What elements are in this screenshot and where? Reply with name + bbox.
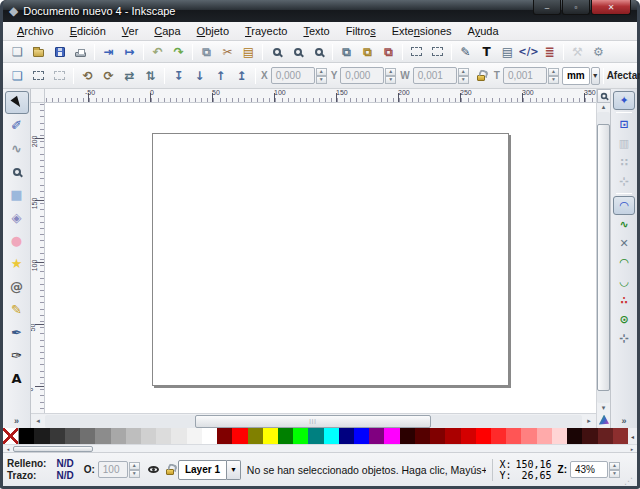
zoom-input[interactable]: 43% bbox=[570, 461, 608, 478]
titlebar[interactable]: ◆ Documento nuevo 4 - Inkscape – ▫ ✕ bbox=[3, 0, 637, 22]
swatch-bebebe[interactable] bbox=[126, 428, 141, 444]
raise-one-step[interactable]: ↑ bbox=[210, 66, 231, 85]
h-field-spinner[interactable]: ▲▼ bbox=[548, 68, 559, 84]
swatch-e8e8e8[interactable] bbox=[171, 428, 186, 444]
export[interactable]: ↦ bbox=[119, 42, 140, 61]
resize-grip[interactable]: ⋰ bbox=[624, 476, 633, 486]
w-field-spinner[interactable]: ▲▼ bbox=[458, 68, 469, 84]
text-tool[interactable]: A bbox=[5, 367, 29, 390]
menu-extensiones[interactable]: Extensiones bbox=[384, 23, 460, 39]
snap-to-paths[interactable]: ∿ bbox=[613, 215, 635, 234]
swatch-0000ff[interactable] bbox=[354, 428, 369, 444]
opacity-spinner[interactable]: ▲▼ bbox=[129, 462, 140, 478]
zoom-on-resize-toggle[interactable] bbox=[597, 89, 611, 103]
scroll-right-arrow[interactable]: ▸ bbox=[582, 417, 596, 425]
3dbox-tool[interactable]: ◈ bbox=[5, 206, 29, 229]
menu-capa[interactable]: Capa bbox=[146, 23, 188, 39]
calligraphy-tool[interactable]: ✑ bbox=[5, 344, 29, 367]
document-page[interactable] bbox=[152, 133, 509, 386]
h-field-input[interactable]: 0,001 bbox=[503, 67, 547, 84]
unit-select[interactable]: mm bbox=[562, 67, 590, 85]
open-document[interactable] bbox=[28, 42, 49, 61]
swatch-ff00ff[interactable] bbox=[384, 428, 399, 444]
select-all-in-all-layers[interactable] bbox=[28, 66, 49, 85]
palette-overflow-arrow[interactable]: ◂ bbox=[628, 428, 637, 444]
swatch-ff0000[interactable] bbox=[232, 428, 247, 444]
xml-editor[interactable]: </> bbox=[518, 42, 539, 61]
zoom-to-drawing[interactable] bbox=[287, 42, 308, 61]
maximize-button[interactable]: ▫ bbox=[562, 0, 590, 15]
w-field-input[interactable]: 0,001 bbox=[413, 67, 457, 84]
canvas[interactable] bbox=[45, 103, 596, 413]
raise-to-top[interactable]: ↥ bbox=[231, 66, 252, 85]
paste[interactable]: ▤ bbox=[238, 42, 259, 61]
swatch-d40000[interactable] bbox=[461, 428, 476, 444]
snap-bbox-corners[interactable]: ∷ bbox=[613, 153, 635, 172]
swatch-383838[interactable] bbox=[50, 428, 65, 444]
snapbar-overflow-chevron[interactable]: » bbox=[618, 416, 629, 426]
swatch-00ffff[interactable] bbox=[324, 428, 339, 444]
palette-scroll-right-arrow[interactable]: ▸ bbox=[627, 446, 637, 452]
pencil-tool[interactable]: ✎ bbox=[5, 298, 29, 321]
snap-midpoints[interactable]: ∴ bbox=[613, 291, 635, 310]
swatch-1a0505[interactable] bbox=[567, 428, 582, 444]
toolbox-overflow-chevron[interactable]: » bbox=[11, 416, 22, 426]
menu-edición[interactable]: Edición bbox=[62, 23, 114, 39]
lock-width-height[interactable] bbox=[471, 66, 492, 85]
lower-to-bottom[interactable]: ↧ bbox=[168, 66, 189, 85]
print-document[interactable] bbox=[70, 42, 91, 61]
swatch-800000[interactable] bbox=[430, 428, 445, 444]
deselect[interactable] bbox=[49, 66, 70, 85]
close-button[interactable]: ✕ bbox=[591, 0, 631, 15]
swatch-800000[interactable] bbox=[217, 428, 232, 444]
vscroll-track[interactable] bbox=[597, 112, 610, 403]
swatch-ff2a2a[interactable] bbox=[491, 428, 506, 444]
redo[interactable]: ↷ bbox=[168, 42, 189, 61]
fill-stroke-dialog[interactable]: ✎ bbox=[455, 42, 476, 61]
swatch-808000[interactable] bbox=[248, 428, 263, 444]
swatch-707070[interactable] bbox=[80, 428, 95, 444]
spiral-tool[interactable]: @ bbox=[5, 275, 29, 298]
selector-tool[interactable] bbox=[5, 91, 29, 114]
swatch-ffff00[interactable] bbox=[263, 428, 278, 444]
preferences[interactable]: ⚒ bbox=[567, 42, 588, 61]
swatch-008000[interactable] bbox=[278, 428, 293, 444]
swatch-1c1c1c[interactable] bbox=[34, 428, 49, 444]
color-managed-display-toggle[interactable] bbox=[598, 412, 609, 427]
layers-dialog[interactable]: ▤ bbox=[497, 42, 518, 61]
snap-bounding-box[interactable]: ⊡ bbox=[613, 115, 635, 134]
select-all[interactable]: ❏ bbox=[7, 66, 28, 85]
swatch-f4f4f4[interactable] bbox=[187, 428, 202, 444]
menu-objeto[interactable]: Objeto bbox=[189, 23, 237, 39]
swatch-none[interactable] bbox=[3, 428, 19, 444]
layer-visibility-toggle[interactable] bbox=[146, 460, 162, 480]
vscroll-thumb[interactable] bbox=[597, 124, 610, 391]
swatch-662020[interactable] bbox=[598, 428, 613, 444]
node-tool[interactable]: ✐ bbox=[5, 114, 29, 137]
snap-object-centers[interactable]: ⊙ bbox=[613, 310, 635, 329]
cut[interactable]: ✂ bbox=[217, 42, 238, 61]
fill-stroke-indicator[interactable]: Relleno: N/D Trazo: N/D bbox=[7, 458, 74, 481]
pen-tool[interactable]: ✒ bbox=[5, 321, 29, 344]
swatch-8c2e2e[interactable] bbox=[613, 428, 628, 444]
swatch-aa0000[interactable] bbox=[445, 428, 460, 444]
menu-trayecto[interactable]: Trayecto bbox=[237, 23, 295, 39]
swatch-8c8c8c[interactable] bbox=[95, 428, 110, 444]
swatch-ff8080[interactable] bbox=[521, 428, 536, 444]
x-field-input[interactable]: 0,000 bbox=[271, 67, 315, 84]
swatch-800080[interactable] bbox=[369, 428, 384, 444]
new-document[interactable]: ❏ bbox=[7, 42, 28, 61]
lower-one-step[interactable]: ↓ bbox=[189, 66, 210, 85]
ungroup[interactable] bbox=[427, 42, 448, 61]
zoom-tool[interactable] bbox=[5, 160, 29, 183]
swatch-ff0000[interactable] bbox=[476, 428, 491, 444]
y-field-spinner[interactable]: ▲▼ bbox=[385, 68, 396, 84]
palette-scroll-left-arrow[interactable]: ◂ bbox=[3, 446, 13, 452]
menu-texto[interactable]: Texto bbox=[295, 23, 337, 39]
x-field-spinner[interactable]: ▲▼ bbox=[316, 68, 327, 84]
hscroll-track[interactable]: ||| bbox=[45, 415, 582, 428]
import[interactable]: ⇥ bbox=[98, 42, 119, 61]
menu-archivo[interactable]: Archivo bbox=[9, 23, 62, 39]
swatch-550000[interactable] bbox=[415, 428, 430, 444]
zoom-to-selection[interactable] bbox=[266, 42, 287, 61]
